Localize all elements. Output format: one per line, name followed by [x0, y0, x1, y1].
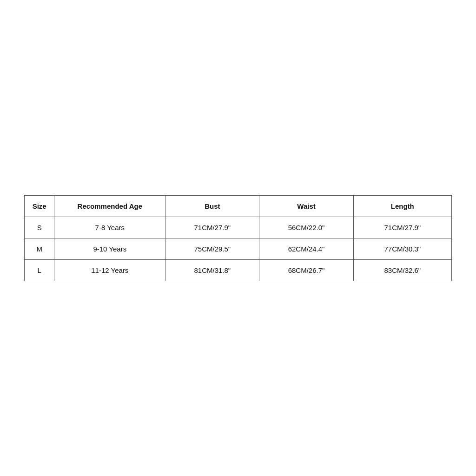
cell-length: 77CM/30.3" [353, 238, 451, 259]
cell-age: 11-12 Years [54, 259, 165, 281]
cell-size: M [25, 238, 54, 259]
cell-age: 7-8 Years [54, 217, 165, 238]
header-recommended-age: Recommended Age [54, 195, 165, 217]
cell-bust: 75CM/29.5" [165, 238, 259, 259]
cell-waist: 68CM/26.7" [259, 259, 353, 281]
header-bust: Bust [165, 195, 259, 217]
cell-age: 9-10 Years [54, 238, 165, 259]
table-row: L11-12 Years81CM/31.8"68CM/26.7"83CM/32.… [25, 259, 452, 281]
table-header-row: Size Recommended Age Bust Waist Length [25, 195, 452, 217]
table-row: S7-8 Years71CM/27.9"56CM/22.0"71CM/27.9" [25, 217, 452, 238]
size-chart-container: Size Recommended Age Bust Waist Length S… [24, 195, 452, 281]
cell-bust: 81CM/31.8" [165, 259, 259, 281]
header-length: Length [353, 195, 451, 217]
header-size: Size [25, 195, 54, 217]
size-chart-table: Size Recommended Age Bust Waist Length S… [24, 195, 452, 281]
cell-length: 83CM/32.6" [353, 259, 451, 281]
cell-waist: 56CM/22.0" [259, 217, 353, 238]
header-waist: Waist [259, 195, 353, 217]
cell-size: S [25, 217, 54, 238]
cell-waist: 62CM/24.4" [259, 238, 353, 259]
cell-size: L [25, 259, 54, 281]
table-row: M9-10 Years75CM/29.5"62CM/24.4"77CM/30.3… [25, 238, 452, 259]
cell-length: 71CM/27.9" [353, 217, 451, 238]
cell-bust: 71CM/27.9" [165, 217, 259, 238]
